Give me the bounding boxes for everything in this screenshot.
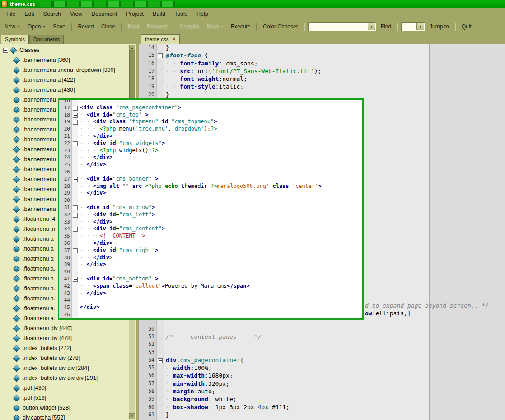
symbol-item-label: .floatmenu a [23, 236, 54, 242]
toolbar-button-jump-to[interactable]: Jump to [427, 22, 452, 32]
symbol-item[interactable]: .floatmenu div [478] [0, 333, 129, 343]
fold-toggle-icon[interactable] [73, 213, 78, 218]
tree-expander-icon[interactable] [3, 48, 8, 53]
preview-code-line: 20· · · <?php menu('tree.mnu','dropdown'… [59, 126, 362, 133]
symbol-item-label: .floatmenu a [23, 256, 54, 262]
dropdown-arrow-icon[interactable]: ▼ [42, 25, 46, 28]
tab-close-icon[interactable]: ✕ [172, 37, 175, 42]
preview-fold-margin [72, 311, 78, 318]
line-number: 14 [139, 44, 157, 51]
dropdown-arrow-icon[interactable]: ▼ [17, 25, 20, 28]
line-number: 19 [139, 83, 157, 90]
toolbar-button-close[interactable]: Close [98, 22, 118, 32]
preview-fold-margin [72, 254, 78, 261]
fold-toggle-icon[interactable] [73, 277, 78, 282]
toolbar-button-find[interactable]: Find [378, 22, 394, 32]
symbol-item[interactable]: .index_bullets div div [284] [0, 363, 129, 373]
code-line: 53 [139, 349, 505, 356]
toolbar-button-label: Close [101, 23, 115, 30]
toolbar-button-new[interactable]: New▼ [2, 22, 23, 32]
preview-line-number: 19 [59, 118, 72, 126]
menu-item-view[interactable]: View [65, 9, 87, 19]
symbol-item[interactable]: .bannermenu .menu_dropdown [390] [0, 65, 129, 75]
toolbar-button-color-chooser[interactable]: Color Chooser [260, 22, 300, 32]
fold-toggle-icon[interactable] [73, 141, 78, 146]
toolbar-button-open[interactable]: Open▼ [25, 22, 48, 32]
preview-fold-margin [72, 297, 78, 304]
class-symbol-icon [13, 384, 20, 392]
symbol-item[interactable]: div.captcha [552] [0, 413, 129, 420]
preview-code-text: · · · <!--CONTENT--> [78, 233, 145, 240]
symbol-item[interactable]: .index_bullets div div div [291] [0, 373, 129, 383]
menu-item-document[interactable]: Document [87, 9, 122, 19]
fold-margin [157, 341, 164, 348]
sidebar-tab-documents[interactable]: Documents [29, 35, 64, 44]
search-entry[interactable]: ▼ [308, 22, 376, 31]
preview-code-line: 33· · </div> [59, 219, 362, 226]
fold-toggle-icon[interactable] [73, 205, 78, 210]
toolbar-button-revert[interactable]: Revert [75, 22, 97, 32]
symbol-item[interactable]: .index_bullets [272] [0, 343, 129, 353]
menu-item-search[interactable]: Search [39, 9, 66, 19]
symbol-item-label: div.captcha [552] [23, 415, 65, 420]
symbol-item[interactable]: .floatmenu div [440] [0, 323, 129, 333]
class-symbol-icon [13, 315, 20, 322]
symbol-item[interactable]: .bannermenu a [430] [0, 85, 129, 95]
sidebar-tab-symbols[interactable]: Symbols [1, 35, 29, 44]
preview-fold-margin [72, 190, 78, 197]
preview-line-number: 18 [59, 112, 72, 119]
symbol-item[interactable]: .pdf [430] [0, 383, 129, 393]
symbol-item[interactable]: .index_bullets div [278] [0, 353, 129, 363]
fold-margin [157, 333, 164, 341]
fold-toggle-icon[interactable] [73, 113, 78, 118]
scroll-up-arrow-icon[interactable]: ▲ [129, 45, 135, 51]
toolbar-button-quit[interactable]: Quit [459, 22, 474, 32]
toolbar-button-forward[interactable]: Forward [144, 22, 169, 32]
preview-code-text: · · <div class="topmenu" id="cms_topmenu… [78, 118, 217, 126]
line-number: 51 [139, 333, 157, 341]
tab-label: theme.css [145, 37, 168, 42]
toolbar-button-compile[interactable]: Compile [177, 22, 202, 32]
fold-toggle-icon[interactable] [73, 248, 78, 253]
preview-line-number: 17 [59, 104, 72, 112]
preview-line-number: 16 [59, 98, 72, 104]
fold-toggle-icon[interactable] [73, 106, 78, 111]
menu-item-build[interactable]: Build [148, 9, 170, 19]
menu-item-edit[interactable]: Edit [20, 9, 39, 19]
symbol-item[interactable]: button.widget [528] [0, 403, 129, 413]
toolbar-button-build[interactable]: Build▼ [204, 22, 226, 32]
menu-item-file[interactable]: File [2, 9, 20, 19]
tab-theme-css[interactable]: theme.css ✕ [141, 34, 180, 44]
fold-toggle-icon[interactable] [158, 53, 163, 58]
fold-toggle-icon[interactable] [158, 358, 163, 363]
fold-toggle-icon[interactable] [73, 120, 78, 125]
menu-item-tools[interactable]: Tools [170, 9, 192, 19]
symbol-item[interactable]: .pdf [516] [0, 393, 129, 403]
toolbar-button-save[interactable]: Save [50, 22, 68, 32]
menu-item-project[interactable]: Project [122, 9, 148, 19]
preview-code-line: 29· </div> [59, 190, 362, 197]
code-text: · max-width:1680px; [164, 372, 233, 379]
preview-line-number: 24 [59, 154, 72, 161]
symbol-item[interactable]: .bannermenu a [422] [0, 75, 129, 85]
toolbar-button-back[interactable]: Back [125, 22, 143, 32]
preview-code-line: 35· · · <!--CONTENT--> [59, 233, 362, 240]
dropdown-arrow-icon[interactable]: ▼ [220, 25, 224, 28]
code-line: 18· · font-weight:normal; [139, 75, 505, 83]
toolbar-button-execute[interactable]: Execute [228, 22, 253, 32]
goto-line-entry-dropdown-icon[interactable]: ▼ [416, 23, 424, 30]
code-line: 50 [139, 325, 505, 333]
fold-toggle-icon[interactable] [73, 227, 78, 232]
preview-code-text [78, 168, 80, 176]
symbols-root-classes[interactable]: Classes [0, 45, 129, 55]
menu-item-help[interactable]: Help [192, 9, 213, 19]
scroll-down-arrow-icon[interactable]: ▼ [129, 413, 135, 419]
goto-line-entry[interactable]: ▼ [401, 22, 425, 31]
line-number: 60 [139, 403, 157, 411]
symbol-item-label: .floatmenu a. [23, 295, 55, 302]
fold-margin [157, 380, 164, 387]
toolbar: New▼Open▼SaveRevertCloseBackForwardCompi… [0, 20, 505, 33]
symbol-item[interactable]: .bannermenu [360] [0, 55, 129, 65]
fold-toggle-icon[interactable] [73, 177, 78, 182]
search-entry-dropdown-icon[interactable]: ▼ [368, 23, 375, 30]
